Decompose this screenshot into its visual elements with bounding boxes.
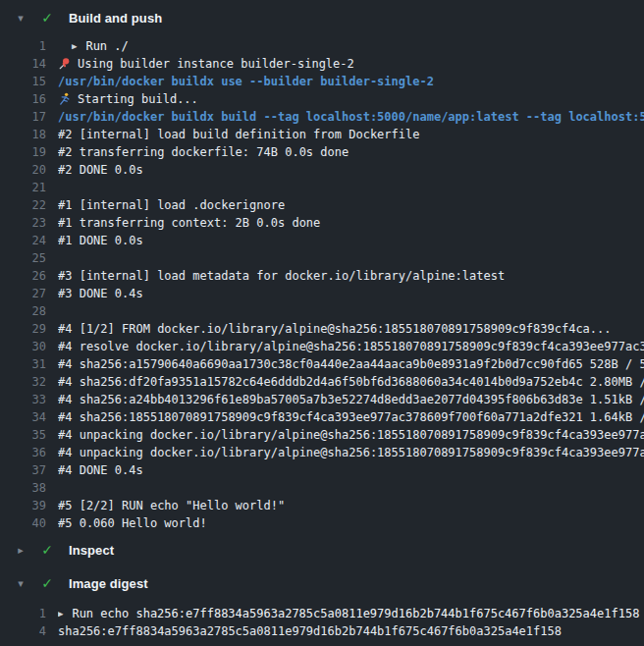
- line-number-link[interactable]: 26: [0, 267, 46, 285]
- log-text: #4 unpacking docker.io/library/alpine@sh…: [58, 426, 644, 444]
- log-group-image-digest: ▾ ✓ Image digest 1▶Run echo sha256:e7ff8…: [0, 571, 644, 640]
- log-group-build-and-push: ▾ ✓ Build and push 1▶Run ./14Using build…: [0, 6, 644, 532]
- log-text: ▶Run ./: [58, 37, 644, 55]
- log-text: /usr/bin/docker buildx build --tag local…: [58, 108, 644, 126]
- line-number-link[interactable]: 36: [0, 444, 46, 461]
- log-text: Using builder instance builder-single-2: [58, 55, 644, 73]
- line-number-link[interactable]: 17: [0, 108, 46, 126]
- success-check-icon: ✓: [37, 576, 57, 590]
- group-header-inspect[interactable]: ▸ ✓ Inspect: [0, 538, 644, 562]
- log-text: sha256:e7ff8834a5963a2785c5a0811e979d16b…: [58, 622, 644, 640]
- line-number-link[interactable]: 33: [0, 391, 46, 408]
- log-text: [58, 179, 644, 196]
- line-number-link[interactable]: 40: [0, 514, 46, 532]
- line-number-link[interactable]: 18: [0, 126, 46, 143]
- line-number-link[interactable]: 35: [0, 426, 46, 444]
- line-number-link[interactable]: 27: [0, 285, 46, 302]
- log-line: 33#4 sha256:a24bb4013296f61e89ba57005a7b…: [0, 391, 644, 408]
- expand-run-icon[interactable]: ▶: [58, 605, 63, 622]
- log-line: 31#4 sha256:a15790640a6690aa1730c38cf0a4…: [0, 355, 644, 373]
- success-check-icon: ✓: [37, 543, 57, 557]
- log-line: 30#4 resolve docker.io/library/alpine@sh…: [0, 338, 644, 355]
- line-number-link[interactable]: 1: [0, 37, 46, 55]
- log-line: 27#3 DONE 0.4s: [0, 285, 644, 302]
- log-text: #3 [internal] load metadata for docker.i…: [58, 267, 644, 285]
- log-text: #5 [2/2] RUN echo "Hello world!": [58, 497, 644, 514]
- log-group-inspect: ▸ ✓ Inspect: [0, 538, 644, 562]
- chevron-down-icon[interactable]: ▾: [10, 13, 31, 24]
- line-number-link[interactable]: 39: [0, 497, 46, 514]
- log-line: 29#4 [1/2] FROM docker.io/library/alpine…: [0, 320, 644, 338]
- line-number-link[interactable]: 22: [0, 196, 46, 214]
- log-line: 18#2 [internal] load build definition fr…: [0, 126, 644, 143]
- log-lines: 1▶Run ./14Using builder instance builder…: [0, 37, 644, 532]
- log-line: 14Using builder instance builder-single-…: [0, 55, 644, 73]
- log-text: #1 [internal] load .dockerignore: [58, 196, 644, 214]
- log-text: [58, 302, 644, 320]
- log-text: [58, 249, 644, 267]
- group-header-build-and-push[interactable]: ▾ ✓ Build and push: [0, 6, 644, 29]
- log-text: #1 DONE 0.0s: [58, 232, 644, 249]
- log-text: #2 transferring dockerfile: 74B 0.0s don…: [58, 143, 644, 161]
- log-text: #4 sha256:a15790640a6690aa1730c38cf0a440…: [58, 355, 644, 373]
- line-number-link[interactable]: 24: [0, 232, 46, 249]
- log-text: #4 resolve docker.io/library/alpine@sha2…: [58, 338, 644, 355]
- log-text: #3 DONE 0.4s: [58, 285, 644, 302]
- log-line: 32#4 sha256:df20fa9351a15782c64e6dddb2d4…: [0, 373, 644, 391]
- log-lines: 1▶Run echo sha256:e7ff8834a5963a2785c5a0…: [0, 605, 644, 640]
- group-title: Inspect: [69, 543, 114, 558]
- line-number-link[interactable]: 14: [0, 55, 46, 73]
- log-line: 17/usr/bin/docker buildx build --tag loc…: [0, 108, 644, 126]
- log-text: Starting build...: [58, 90, 644, 108]
- log-line: 1▶Run echo sha256:e7ff8834a5963a2785c5a0…: [0, 605, 644, 622]
- line-number-link[interactable]: 16: [0, 90, 46, 108]
- line-number-link[interactable]: 21: [0, 179, 46, 196]
- line-number-link[interactable]: 29: [0, 320, 46, 338]
- log-line: 35#4 unpacking docker.io/library/alpine@…: [0, 426, 644, 444]
- line-number-link[interactable]: 32: [0, 373, 46, 391]
- log-line: 4sha256:e7ff8834a5963a2785c5a0811e979d16…: [0, 622, 644, 640]
- log-text: #4 [1/2] FROM docker.io/library/alpine@s…: [58, 320, 644, 338]
- log-text: #4 unpacking docker.io/library/alpine@sh…: [58, 444, 644, 461]
- pushpin-icon: [58, 57, 71, 70]
- group-title: Image digest: [69, 576, 148, 591]
- log-text: #4 sha256:a24bb4013296f61e89ba57005a7b3e…: [58, 391, 644, 408]
- line-number-link[interactable]: 37: [0, 461, 46, 479]
- line-number-link[interactable]: 28: [0, 302, 46, 320]
- log-line: 39#5 [2/2] RUN echo "Hello world!": [0, 497, 644, 514]
- log-line: 19#2 transferring dockerfile: 74B 0.0s d…: [0, 143, 644, 161]
- line-number-link[interactable]: 4: [0, 622, 46, 640]
- log-line: 28: [0, 302, 644, 320]
- log-text: #4 sha256:df20fa9351a15782c64e6dddb2d4a6…: [58, 373, 644, 391]
- actions-log-viewer: ▾ ✓ Build and push 1▶Run ./14Using build…: [0, 0, 644, 646]
- log-text: #2 [internal] load build definition from…: [58, 126, 644, 143]
- group-header-image-digest[interactable]: ▾ ✓ Image digest: [0, 571, 644, 595]
- log-text: #5 0.060 Hello world!: [58, 514, 644, 532]
- log-text: #2 DONE 0.0s: [58, 161, 644, 179]
- line-number-link[interactable]: 20: [0, 161, 46, 179]
- log-line: 38: [0, 479, 644, 497]
- line-number-link[interactable]: 31: [0, 355, 46, 373]
- log-text: ▶Run echo sha256:e7ff8834a5963a2785c5a08…: [58, 605, 644, 622]
- line-number-link[interactable]: 1: [0, 605, 46, 622]
- chevron-down-icon[interactable]: ▾: [10, 578, 31, 589]
- success-check-icon: ✓: [37, 11, 57, 25]
- log-line: 16Starting build...: [0, 90, 644, 108]
- line-number-link[interactable]: 23: [0, 214, 46, 232]
- line-number-link[interactable]: 19: [0, 143, 46, 161]
- log-line: 1▶Run ./: [0, 37, 644, 55]
- group-title: Build and push: [69, 11, 162, 26]
- chevron-right-icon[interactable]: ▸: [10, 545, 31, 556]
- line-number-link[interactable]: 34: [0, 408, 46, 426]
- log-line: 40#5 0.060 Hello world!: [0, 514, 644, 532]
- log-line: 15/usr/bin/docker buildx use --builder b…: [0, 73, 644, 90]
- log-text: #4 DONE 0.4s: [58, 461, 644, 479]
- line-number-link[interactable]: 38: [0, 479, 46, 497]
- expand-run-icon[interactable]: ▶: [72, 37, 77, 55]
- log-line: 37#4 DONE 0.4s: [0, 461, 644, 479]
- log-line: 25: [0, 249, 644, 267]
- line-number-link[interactable]: 15: [0, 73, 46, 90]
- line-number-link[interactable]: 25: [0, 249, 46, 267]
- log-text: [58, 479, 644, 497]
- line-number-link[interactable]: 30: [0, 338, 46, 355]
